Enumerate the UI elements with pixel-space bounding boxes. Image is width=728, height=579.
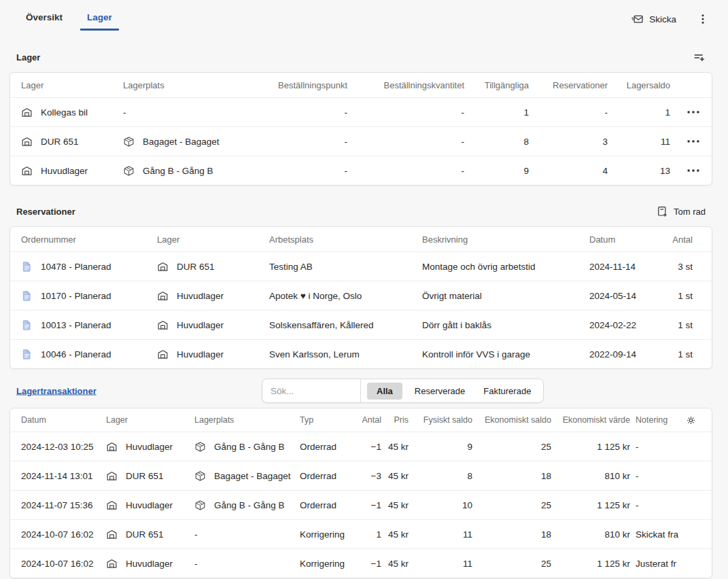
fysiskt-saldo-value: 8 [409,471,472,481]
beskrivning-value: Montage och övrig arbetstid [422,262,585,272]
notering-value: - [630,461,679,491]
fysiskt-saldo-value: 11 [409,529,472,540]
table-row[interactable]: 2024-10-07 16:02 DUR 651 - Korrigering 1… [10,519,712,548]
transaktioner-table: Datum Lager Lagerplats Typ Antal Pris Fy… [10,408,712,578]
saldo-value: 13 [608,166,670,176]
table-row[interactable]: 10046 - Planerad Huvudlager Sven Karlsso… [10,339,712,368]
saldo-value: 1 [608,107,670,118]
warehouse-icon [106,441,118,453]
reservationer-section-title: Reservationer [16,207,75,217]
antal-value: 1 st [657,291,702,301]
tab-lager[interactable]: Lager [80,4,119,31]
fysiskt-saldo-value: 11 [409,559,472,569]
arbetsplats-value: Apotek ♥ i Norge, Oslo [269,291,422,301]
table-row[interactable]: 2024-11-07 15:36 Huvudlager Gång B - Gån… [10,490,712,519]
warehouse-icon [21,107,33,118]
document-icon [21,261,33,273]
notering-value: Justerat fr [630,549,679,578]
lager-value: Huvudlager [126,559,173,569]
pris-value: 45 kr [381,529,409,540]
col-antal: Antal [354,415,381,425]
filter-alla[interactable]: Alla [367,383,402,400]
overflow-menu-icon[interactable] [697,12,709,27]
typ-value: Orderrad [300,442,354,452]
document-icon [21,349,33,360]
col-ekonomiskt-varde: Ekonomiskt värde [551,415,630,425]
reservationer-table-header: Ordernummer Lager Arbetsplats Beskrivnin… [10,227,712,251]
arbetsplats-value: Sven Karlsson, Lerum [269,349,422,359]
row-menu-icon[interactable] [686,136,701,147]
lager-value: DUR 651 [126,529,164,540]
pris-value: 45 kr [381,500,409,510]
col-ekonomiskt-saldo: Ekonomiskt saldo [472,415,551,425]
tillgangliga-value: 1 [464,107,529,118]
col-lager: Lager [21,80,123,90]
datum-value: 2024-11-14 13:01 [21,471,106,481]
table-row[interactable]: 2024-10-07 16:02 Huvudlager - Korrigerin… [10,548,712,578]
row-menu-icon[interactable] [686,165,701,176]
ekonomiskt-varde-value: 1 125 kr [551,500,630,510]
document-icon [21,319,33,331]
ekonomiskt-varde-value: 1 125 kr [551,442,630,452]
tab-oversikt[interactable]: Översikt [19,4,69,31]
add-row-icon[interactable] [693,51,706,64]
box-icon [194,499,206,511]
ordernummer-value: 10478 - Planerad [41,262,111,272]
table-row[interactable]: 10478 - Planerad DUR 651 Testing AB Mont… [10,251,712,281]
box-icon [123,165,135,177]
filter-reserverade[interactable]: Reserverade [409,383,471,400]
table-row[interactable]: 10013 - Planerad Huvudlager Solskensaffä… [10,310,712,339]
col-beskrivning: Beskrivning [422,234,585,245]
warehouse-icon [106,529,118,540]
lager-section-title: Lager [16,52,40,63]
table-row[interactable]: 2024-11-14 13:01 DUR 651 Bagaget - Bagag… [10,461,712,490]
lagerplats-value: Gång B - Gång B [143,166,213,176]
beskrivning-value: Övrigt material [422,291,585,301]
table-row[interactable]: 2024-12-03 10:25 Huvudlager Gång B - Gån… [10,432,712,461]
warehouse-icon [157,261,169,273]
gear-icon[interactable] [685,415,697,426]
document-icon [21,290,33,302]
antal-value: −1 [354,500,381,510]
arbetsplats-value: Testing AB [269,262,422,272]
send-button[interactable]: Skicka [631,13,676,26]
tillgangliga-value: 9 [464,166,529,176]
col-pris: Pris [381,415,409,425]
col-lagerplats: Lagerplats [194,415,300,425]
send-button-label: Skicka [649,14,676,24]
warehouse-icon [157,290,169,302]
col-antal: Antal [657,234,702,245]
table-row[interactable]: DUR 651 Bagaget - Bagaget - - 8 3 11 [10,126,712,156]
row-menu-icon[interactable] [686,107,701,118]
tom-rad-label: Tom rad [674,207,706,217]
antal-value: 1 st [657,349,702,359]
warehouse-icon [106,499,118,511]
datum-value: 2024-11-14 [585,262,657,272]
filter-fakturerade[interactable]: Fakturerade [477,383,537,400]
table-row[interactable]: 10170 - Planerad Huvudlager Apotek ♥ i N… [10,281,712,310]
datum-value: 2024-10-07 16:02 [21,559,106,569]
arbetsplats-value: Solskensaffären, Kållered [269,320,422,330]
lager-value: Huvudlager [126,500,173,510]
table-row[interactable]: Kollegas bil - - - 1 - 1 [10,97,712,126]
typ-value: Orderrad [300,500,354,510]
datum-value: 2022-09-14 [585,349,657,359]
lagerplats-value: Gång B - Gång B [214,500,285,510]
lagertransaktioner-link[interactable]: Lagertransaktioner [16,386,97,396]
reservationer-value: 3 [529,137,608,147]
col-arbetsplats: Arbetsplats [269,234,422,245]
send-icon [631,13,644,26]
ordernummer-value: 10170 - Planerad [41,291,111,301]
col-bestallningspunkt: Beställningspunkt [266,80,347,90]
tom-rad-button[interactable]: Tom rad [656,205,706,217]
warehouse-icon [21,136,33,147]
datum-value: 2024-02-22 [585,320,657,330]
lager-value: Huvudlager [177,349,224,359]
ekonomiskt-saldo-value: 18 [472,529,551,540]
table-row[interactable]: Huvudlager Gång B - Gång B - - 9 4 13 [10,156,712,185]
lager-name: Kollegas bil [41,107,88,118]
ekonomiskt-saldo-value: 25 [472,442,551,452]
add-empty-row-icon [656,205,668,217]
search-input[interactable] [262,379,361,402]
box-icon [194,441,206,453]
